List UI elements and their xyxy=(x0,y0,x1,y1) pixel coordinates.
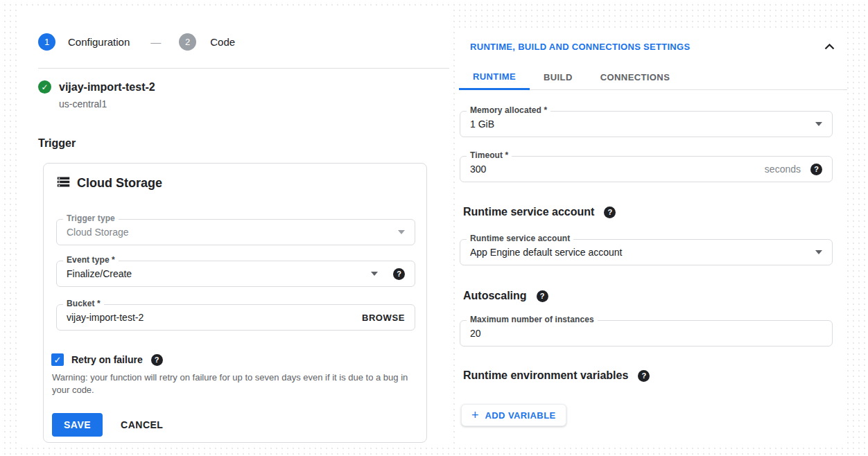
cloud-storage-icon xyxy=(56,175,71,192)
add-variable-label: ADD VARIABLE xyxy=(485,410,556,421)
max-instances-value: 20 xyxy=(470,328,822,339)
dropdown-caret-icon xyxy=(371,272,378,276)
bucket-value: vijay-import-test-2 xyxy=(67,312,362,323)
save-button[interactable]: SAVE xyxy=(52,413,103,437)
retry-checkbox[interactable]: ✓ xyxy=(51,353,64,366)
function-name: vijay-import-test-2 xyxy=(59,81,155,94)
memory-allocated-label: Memory allocated * xyxy=(467,105,550,115)
tab-build[interactable]: BUILD xyxy=(530,64,587,90)
success-check-icon: ✓ xyxy=(38,80,51,94)
retry-label[interactable]: Retry on failure xyxy=(71,354,143,365)
stepper-divider xyxy=(38,68,449,69)
autoscaling-section-title: Autoscaling ? xyxy=(463,290,548,302)
env-vars-help-icon[interactable]: ? xyxy=(638,370,650,382)
retry-help-icon[interactable]: ? xyxy=(151,354,163,366)
timeout-label: Timeout * xyxy=(467,150,512,160)
timeout-help-icon[interactable]: ? xyxy=(810,164,822,175)
cancel-button[interactable]: CANCEL xyxy=(121,419,163,430)
env-vars-section-label: Runtime environment variables xyxy=(463,369,628,382)
step-2-circle[interactable]: 2 xyxy=(179,33,196,51)
timeout-suffix: seconds xyxy=(765,164,801,175)
autoscaling-section-label: Autoscaling xyxy=(463,290,527,302)
trigger-card-header: Cloud Storage xyxy=(56,175,162,192)
service-account-section-label: Runtime service account xyxy=(463,206,594,218)
settings-header-label: RUNTIME, BUILD AND CONNECTIONS SETTINGS xyxy=(470,42,690,52)
memory-allocated-field[interactable]: Memory allocated * 1 GiB xyxy=(460,111,833,137)
step-2-label[interactable]: Code xyxy=(210,36,235,48)
settings-section-header[interactable]: RUNTIME, BUILD AND CONNECTIONS SETTINGS xyxy=(470,42,835,52)
runtime-settings-panel: RUNTIME, BUILD AND CONNECTIONS SETTINGS … xyxy=(458,31,847,448)
event-type-field[interactable]: Event type * Finalize/Create ? xyxy=(56,261,415,287)
card-actions: SAVE CANCEL xyxy=(52,413,163,437)
trigger-type-field[interactable]: Trigger type Cloud Storage xyxy=(56,219,415,245)
retry-warning-text: Warning: your function will retry on fai… xyxy=(52,371,411,396)
plus-icon: + xyxy=(471,409,479,421)
event-type-label: Event type * xyxy=(63,255,119,265)
runtime-service-account-label: Runtime service account xyxy=(467,234,573,243)
function-header: ✓ vijay-import-test-2 xyxy=(38,80,155,94)
memory-allocated-value: 1 GiB xyxy=(470,119,815,130)
trigger-card-title: Cloud Storage xyxy=(77,176,162,191)
tab-connections[interactable]: CONNECTIONS xyxy=(587,64,684,90)
add-variable-button[interactable]: + ADD VARIABLE xyxy=(461,404,566,426)
dropdown-caret-icon xyxy=(815,250,822,254)
retry-row: ✓ Retry on failure ? xyxy=(51,353,163,366)
tab-runtime[interactable]: RUNTIME xyxy=(459,64,530,90)
autoscaling-help-icon[interactable]: ? xyxy=(537,290,548,302)
bucket-label: Bucket * xyxy=(63,299,104,308)
timeout-value: 300 xyxy=(470,164,765,175)
max-instances-label: Maximum number of instances xyxy=(467,315,598,324)
runtime-service-account-field[interactable]: Runtime service account App Engine defau… xyxy=(460,239,833,265)
dropdown-caret-icon xyxy=(815,122,822,126)
bucket-field[interactable]: Bucket * vijay-import-test-2 BROWSE xyxy=(56,304,415,331)
event-type-help-icon[interactable]: ? xyxy=(393,268,405,280)
configuration-panel: 1 Configuration — 2 Code ✓ vijay-import-… xyxy=(21,7,449,448)
function-region: us-central1 xyxy=(59,98,107,109)
browse-button[interactable]: BROWSE xyxy=(362,313,405,323)
timeout-field[interactable]: Timeout * 300 seconds ? xyxy=(460,156,833,182)
settings-tabs: RUNTIME BUILD CONNECTIONS xyxy=(459,64,847,90)
event-type-value: Finalize/Create xyxy=(67,268,371,279)
trigger-card: Cloud Storage Trigger type Cloud Storage… xyxy=(43,163,427,443)
trigger-section-title: Trigger xyxy=(38,137,76,150)
service-account-help-icon[interactable]: ? xyxy=(604,207,616,218)
stepper: 1 Configuration — 2 Code xyxy=(38,33,235,51)
env-vars-section-title: Runtime environment variables ? xyxy=(463,369,650,382)
max-instances-field[interactable]: Maximum number of instances 20 xyxy=(460,320,833,347)
service-account-section-title: Runtime service account ? xyxy=(463,206,616,218)
step-1-circle[interactable]: 1 xyxy=(38,33,55,51)
trigger-type-value: Cloud Storage xyxy=(67,227,398,238)
step-separator: — xyxy=(150,36,161,48)
dropdown-caret-icon xyxy=(398,230,405,234)
cloud-function-config-page: 1 Configuration — 2 Code ✓ vijay-import-… xyxy=(0,0,868,456)
trigger-type-label: Trigger type xyxy=(63,213,119,223)
chevron-up-icon[interactable] xyxy=(824,44,835,50)
runtime-service-account-value: App Engine default service account xyxy=(470,247,815,258)
step-1-label[interactable]: Configuration xyxy=(68,36,130,48)
